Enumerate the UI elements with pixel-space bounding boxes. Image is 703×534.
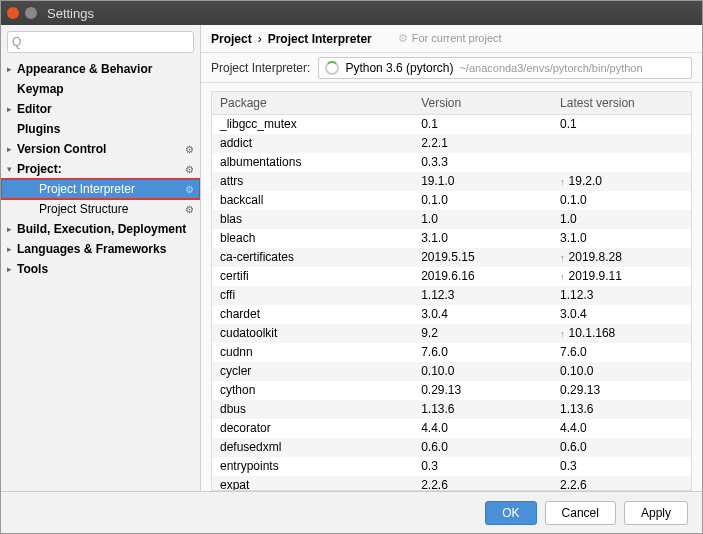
breadcrumb-root: Project xyxy=(211,32,252,46)
table-row[interactable]: expat2.2.62.2.6 xyxy=(212,476,691,492)
table-row[interactable]: cycler0.10.00.10.0 xyxy=(212,362,691,381)
table-row[interactable]: cudnn7.6.07.6.0 xyxy=(212,343,691,362)
table-row[interactable]: backcall0.1.00.1.0 xyxy=(212,191,691,210)
table-row[interactable]: defusedxml0.6.00.6.0 xyxy=(212,438,691,457)
cell-package: backcall xyxy=(212,191,413,210)
apply-button[interactable]: Apply xyxy=(624,501,688,525)
tree-item-version-control[interactable]: ▸Version Control⚙ xyxy=(1,139,200,159)
caret-icon: ▸ xyxy=(7,144,17,154)
cell-latest: 3.1.0 xyxy=(552,229,691,248)
cell-package: _libgcc_mutex xyxy=(212,115,413,134)
caret-icon: ▸ xyxy=(7,224,17,234)
tree-item-label: Keymap xyxy=(17,82,64,96)
gear-icon: ⚙ xyxy=(185,164,194,175)
cell-package: attrs xyxy=(212,172,413,191)
tree-item-label: Languages & Frameworks xyxy=(17,242,166,256)
cancel-button[interactable]: Cancel xyxy=(545,501,616,525)
tree-item-keymap[interactable]: Keymap xyxy=(1,79,200,99)
table-row[interactable]: cffi1.12.31.12.3 xyxy=(212,286,691,305)
cell-version: 9.2 xyxy=(413,324,552,343)
cell-latest: 3.0.4 xyxy=(552,305,691,324)
cell-package: cffi xyxy=(212,286,413,305)
tree-item-editor[interactable]: ▸Editor xyxy=(1,99,200,119)
col-package[interactable]: Package xyxy=(212,92,413,115)
cell-package: defusedxml xyxy=(212,438,413,457)
table-row[interactable]: attrs19.1.019.2.0 xyxy=(212,172,691,191)
tree-item-build-execution-deployment[interactable]: ▸Build, Execution, Deployment xyxy=(1,219,200,239)
tree-item-label: Project Structure xyxy=(39,202,128,216)
cell-package: dbus xyxy=(212,400,413,419)
gear-icon: ⚙ xyxy=(185,144,194,155)
interpreter-dropdown[interactable]: Python 3.6 (pytorch) ~/anaconda3/envs/py… xyxy=(318,57,692,79)
breadcrumb-sep: › xyxy=(258,32,262,46)
caret-icon: ▸ xyxy=(7,104,17,114)
caret-icon: ▾ xyxy=(7,164,17,174)
cell-version: 2019.5.15 xyxy=(413,248,552,267)
cell-version: 2.2.1 xyxy=(413,134,552,153)
tree-item-label: Appearance & Behavior xyxy=(17,62,152,76)
cell-latest: 0.3 xyxy=(552,457,691,476)
table-row[interactable]: _libgcc_mutex0.10.1 xyxy=(212,115,691,134)
caret-icon: ▸ xyxy=(7,264,17,274)
tree-item-plugins[interactable]: Plugins xyxy=(1,119,200,139)
table-row[interactable]: dbus1.13.61.13.6 xyxy=(212,400,691,419)
table-row[interactable]: entrypoints0.30.3 xyxy=(212,457,691,476)
table-row[interactable]: albumentations0.3.3 xyxy=(212,153,691,172)
cell-latest: 2.2.6 xyxy=(552,476,691,492)
breadcrumb: Project › Project Interpreter For curren… xyxy=(201,25,702,53)
tree-item-project[interactable]: ▾Project:⚙ xyxy=(1,159,200,179)
table-row[interactable]: certifi2019.6.162019.9.11 xyxy=(212,267,691,286)
cell-latest: 10.1.168 xyxy=(552,324,691,343)
packages-table-wrap[interactable]: Package Version Latest version _libgcc_m… xyxy=(211,91,692,491)
cell-version: 1.0 xyxy=(413,210,552,229)
cell-package: certifi xyxy=(212,267,413,286)
tree-item-label: Project Interpreter xyxy=(39,182,135,196)
cell-latest xyxy=(552,153,691,172)
cell-package: cython xyxy=(212,381,413,400)
window-controls xyxy=(7,7,37,19)
tree-item-label: Plugins xyxy=(17,122,60,136)
tree-item-tools[interactable]: ▸Tools xyxy=(1,259,200,279)
table-row[interactable]: cudatoolkit9.210.1.168 xyxy=(212,324,691,343)
loading-icon xyxy=(325,61,339,75)
tree-item-label: Version Control xyxy=(17,142,106,156)
cell-latest: 2019.9.11 xyxy=(552,267,691,286)
tree-item-label: Build, Execution, Deployment xyxy=(17,222,186,236)
table-row[interactable]: chardet3.0.43.0.4 xyxy=(212,305,691,324)
tree-item-appearance-behavior[interactable]: ▸Appearance & Behavior xyxy=(1,59,200,79)
col-version[interactable]: Version xyxy=(413,92,552,115)
cell-latest: 0.6.0 xyxy=(552,438,691,457)
table-row[interactable]: addict2.2.1 xyxy=(212,134,691,153)
dialog-footer: OK Cancel Apply xyxy=(1,491,702,533)
titlebar: Settings xyxy=(1,1,702,25)
window-title: Settings xyxy=(47,6,94,21)
search-input[interactable]: Q xyxy=(7,31,194,53)
table-row[interactable]: blas1.01.0 xyxy=(212,210,691,229)
table-row[interactable]: bleach3.1.03.1.0 xyxy=(212,229,691,248)
search-icon: Q xyxy=(12,35,21,49)
caret-icon: ▸ xyxy=(7,244,17,254)
gear-icon: ⚙ xyxy=(185,204,194,215)
cell-package: cycler xyxy=(212,362,413,381)
cell-latest: 2019.8.28 xyxy=(552,248,691,267)
table-row[interactable]: decorator4.4.04.4.0 xyxy=(212,419,691,438)
ok-button[interactable]: OK xyxy=(485,501,536,525)
cell-version: 0.3 xyxy=(413,457,552,476)
tree-item-project-interpreter[interactable]: Project Interpreter⚙ xyxy=(1,179,200,199)
interpreter-label: Project Interpreter: xyxy=(211,61,310,75)
cell-version: 3.0.4 xyxy=(413,305,552,324)
tree-item-languages-frameworks[interactable]: ▸Languages & Frameworks xyxy=(1,239,200,259)
tree-item-label: Editor xyxy=(17,102,52,116)
close-icon[interactable] xyxy=(7,7,19,19)
main-panel: Project › Project Interpreter For curren… xyxy=(201,25,702,491)
cell-package: addict xyxy=(212,134,413,153)
table-row[interactable]: ca-certificates2019.5.152019.8.28 xyxy=(212,248,691,267)
cell-version: 2.2.6 xyxy=(413,476,552,492)
table-row[interactable]: cython0.29.130.29.13 xyxy=(212,381,691,400)
col-latest[interactable]: Latest version xyxy=(552,92,691,115)
tree-item-label: Tools xyxy=(17,262,48,276)
tree-item-project-structure[interactable]: Project Structure⚙ xyxy=(1,199,200,219)
cell-version: 1.12.3 xyxy=(413,286,552,305)
minimize-icon[interactable] xyxy=(25,7,37,19)
cell-version: 1.13.6 xyxy=(413,400,552,419)
